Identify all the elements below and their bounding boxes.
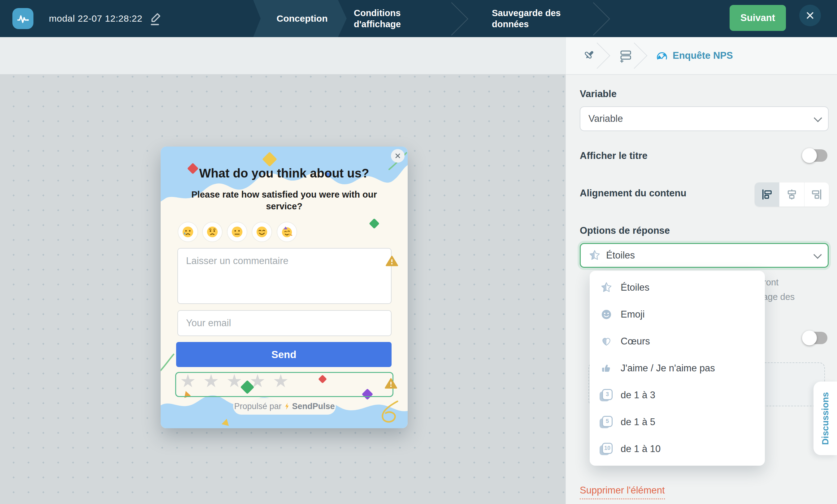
emoji-option-crying[interactable] bbox=[178, 222, 198, 242]
star-icon: ★ bbox=[226, 371, 249, 391]
send-button[interactable]: Send bbox=[176, 342, 392, 367]
star-icon: ★ bbox=[249, 371, 273, 391]
content-alignment-control bbox=[755, 183, 829, 207]
settings-panel: Variable Variable Afficher le titre Alig… bbox=[566, 75, 837, 504]
delete-element-link[interactable]: Supprimer l'élément bbox=[580, 485, 665, 499]
confetti-yellow-curl bbox=[379, 400, 399, 428]
scale-card-icon: 10 bbox=[600, 443, 612, 455]
variable-select[interactable]: Variable bbox=[580, 106, 829, 131]
response-options-label: Options de réponse bbox=[580, 225, 670, 236]
popup-close-button[interactable] bbox=[391, 149, 405, 163]
step-separator-icon bbox=[435, 2, 468, 35]
lightning-icon bbox=[284, 403, 289, 410]
align-right-icon bbox=[811, 189, 822, 200]
warning-icon bbox=[386, 256, 398, 266]
neutral-emoji-icon bbox=[231, 226, 243, 238]
heart-icon bbox=[601, 336, 612, 347]
option-scale-1-10[interactable]: 10 de 1 à 10 bbox=[590, 435, 765, 462]
option-scale-1-5[interactable]: 5 de 1 à 5 bbox=[590, 408, 765, 435]
close-icon bbox=[807, 13, 813, 18]
align-left-button[interactable] bbox=[755, 183, 780, 207]
variable-label: Variable bbox=[580, 89, 617, 99]
star-icon bbox=[601, 282, 612, 294]
canvas-toolbar bbox=[0, 37, 566, 74]
option-emoji[interactable]: Emoji bbox=[590, 301, 765, 328]
step-conception-label: Conception bbox=[272, 13, 328, 24]
breadcrumb-separator-icon bbox=[621, 43, 647, 69]
response-options-select[interactable]: Étoiles bbox=[580, 243, 829, 268]
happy-emoji-icon bbox=[256, 226, 268, 238]
popup-preview[interactable]: What do you think about us? Please rate … bbox=[161, 147, 408, 428]
align-left-icon bbox=[762, 189, 772, 200]
response-options-value: Étoiles bbox=[606, 250, 808, 261]
align-right-button[interactable] bbox=[804, 183, 829, 207]
option-like-dislike[interactable]: J'aime / Je n'aime pas bbox=[590, 355, 765, 381]
worried-emoji-icon bbox=[206, 226, 218, 238]
popup-title: What do you think about us? bbox=[161, 166, 408, 180]
close-editor-button[interactable] bbox=[799, 5, 821, 26]
selected-element-title: Enquête NPS bbox=[673, 50, 733, 61]
party-emoji-icon bbox=[281, 226, 293, 238]
star-icon: ★ bbox=[180, 371, 203, 391]
scale-card-icon: 3 bbox=[600, 389, 612, 402]
email-input[interactable] bbox=[177, 310, 392, 336]
star-icon bbox=[589, 249, 601, 261]
comment-textarea[interactable] bbox=[177, 248, 392, 304]
scale-card-icon: 5 bbox=[600, 416, 612, 428]
step-display-conditions[interactable]: Conditions d'affichage bbox=[354, 7, 425, 30]
discussions-label: Discussions bbox=[820, 392, 831, 445]
chevron-down-icon bbox=[814, 114, 822, 122]
brand-text: SendPulse bbox=[292, 402, 335, 411]
confetti-green-diamond bbox=[369, 218, 379, 229]
star-icon: ★ bbox=[273, 371, 296, 391]
option-stars[interactable]: Étoiles bbox=[590, 274, 765, 301]
next-button[interactable]: Suivant bbox=[730, 5, 786, 31]
sendpulse-popup-editor: modal 22-07 12:28:22 Conception Conditio… bbox=[0, 0, 837, 504]
emoji-option-happy[interactable] bbox=[252, 222, 272, 242]
emoji-option-worried[interactable] bbox=[202, 222, 222, 242]
step-separator-icon bbox=[577, 2, 610, 35]
settings-breadcrumb-bar: Enquête NPS bbox=[566, 37, 837, 75]
step-data-saving[interactable]: Sauvegarde des données bbox=[492, 7, 578, 30]
confetti-green-curl bbox=[161, 353, 175, 372]
alignment-label: Alignement du contenu bbox=[580, 188, 686, 199]
show-title-label: Afficher le titre bbox=[580, 150, 647, 162]
powered-by-footer[interactable]: Propulsé par SendPulse bbox=[233, 398, 336, 415]
warning-icon bbox=[385, 378, 397, 389]
discussions-side-tab[interactable]: Discussions bbox=[814, 381, 837, 455]
crying-emoji-icon bbox=[182, 226, 194, 238]
top-bar: modal 22-07 12:28:22 Conception Conditio… bbox=[0, 0, 837, 37]
thumb-up-icon bbox=[601, 363, 612, 374]
option-scale-1-3[interactable]: 3 de 1 à 3 bbox=[590, 381, 765, 408]
powered-by-text: Propulsé par bbox=[234, 402, 281, 411]
response-options-dropdown: Étoiles Emoji Cœurs J'aime / Je n'aime p… bbox=[590, 271, 765, 466]
popup-subtitle: Please rate how satisfied you were with … bbox=[188, 189, 380, 212]
align-center-button[interactable] bbox=[780, 183, 804, 207]
star-icon: ★ bbox=[203, 371, 226, 391]
project-title: modal 22-07 12:28:22 bbox=[49, 0, 142, 37]
chevron-down-icon bbox=[814, 250, 822, 259]
design-canvas: What do you think about us? Please rate … bbox=[0, 74, 566, 504]
sendpulse-logo-icon[interactable] bbox=[12, 8, 33, 29]
close-icon bbox=[396, 154, 399, 158]
show-title-toggle[interactable] bbox=[803, 148, 827, 162]
star-rating-row[interactable]: ★★★★★ bbox=[180, 370, 296, 391]
emoji-option-neutral[interactable] bbox=[227, 222, 247, 242]
smiley-icon bbox=[601, 309, 612, 320]
hidden-setting-toggle[interactable] bbox=[803, 331, 827, 344]
align-center-icon bbox=[786, 189, 797, 200]
option-hearts[interactable]: Cœurs bbox=[590, 328, 765, 355]
step-conception[interactable]: Conception bbox=[253, 0, 347, 37]
variable-select-value: Variable bbox=[588, 113, 814, 124]
breadcrumb-separator-icon bbox=[584, 43, 610, 69]
rename-pencil-icon[interactable] bbox=[149, 12, 163, 26]
emoji-option-party[interactable] bbox=[277, 222, 297, 242]
nps-gauge-icon bbox=[655, 49, 669, 64]
